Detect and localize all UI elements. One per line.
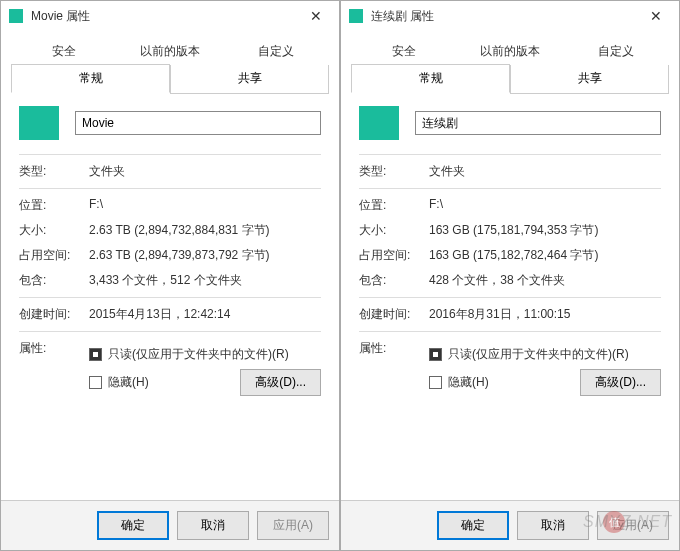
cancel-button[interactable]: 取消 (177, 511, 249, 540)
folder-large-icon (359, 106, 399, 140)
hidden-checkbox[interactable] (429, 376, 442, 389)
folder-icon (9, 9, 23, 23)
tab-row-bottom: 常规 共享 (11, 65, 329, 94)
content-pane: 类型:文件夹 位置:F:\ 大小:163 GB (175,181,794,353… (341, 94, 679, 500)
ok-button[interactable]: 确定 (97, 511, 169, 540)
hidden-checkbox[interactable] (89, 376, 102, 389)
properties-dialog-right: 连续剧 属性 ✕ 安全 以前的版本 自定义 常规 共享 类型:文件夹 位置:F:… (340, 0, 680, 551)
tab-customize[interactable]: 自定义 (563, 37, 669, 65)
folder-large-icon (19, 106, 59, 140)
type-label: 类型: (359, 163, 429, 180)
created-value: 2016年8月31日，11:00:15 (429, 306, 661, 323)
tab-security[interactable]: 安全 (351, 37, 457, 65)
titlebar[interactable]: 连续剧 属性 ✕ (341, 1, 679, 31)
close-icon[interactable]: ✕ (641, 8, 671, 24)
readonly-checkbox[interactable] (429, 348, 442, 361)
tab-customize[interactable]: 自定义 (223, 37, 329, 65)
folder-name-input[interactable] (415, 111, 661, 135)
hidden-label: 隐藏(H) (108, 374, 149, 391)
type-label: 类型: (19, 163, 89, 180)
size-label: 大小: (19, 222, 89, 239)
tab-row-bottom: 常规 共享 (351, 65, 669, 94)
type-value: 文件夹 (429, 163, 661, 180)
location-value: F:\ (89, 197, 321, 214)
attributes-label: 属性: (359, 340, 429, 402)
readonly-checkbox[interactable] (89, 348, 102, 361)
tab-general[interactable]: 常规 (351, 64, 510, 93)
folder-icon (349, 9, 363, 23)
size-label: 大小: (359, 222, 429, 239)
tab-general[interactable]: 常规 (11, 64, 170, 93)
contains-value: 428 个文件，38 个文件夹 (429, 272, 661, 289)
contains-value: 3,433 个文件，512 个文件夹 (89, 272, 321, 289)
location-label: 位置: (19, 197, 89, 214)
size-value: 163 GB (175,181,794,353 字节) (429, 222, 661, 239)
close-icon[interactable]: ✕ (301, 8, 331, 24)
tab-container: 安全 以前的版本 自定义 常规 共享 (1, 31, 339, 94)
tab-row-top: 安全 以前的版本 自定义 (11, 37, 329, 66)
location-label: 位置: (359, 197, 429, 214)
readonly-label: 只读(仅应用于文件夹中的文件)(R) (448, 346, 629, 363)
readonly-label: 只读(仅应用于文件夹中的文件)(R) (108, 346, 289, 363)
ok-button[interactable]: 确定 (437, 511, 509, 540)
apply-button[interactable]: 应用(A) (257, 511, 329, 540)
attributes-label: 属性: (19, 340, 89, 402)
size-on-disk-value: 163 GB (175,182,782,464 字节) (429, 247, 661, 264)
size-on-disk-value: 2.63 TB (2,894,739,873,792 字节) (89, 247, 321, 264)
location-value: F:\ (429, 197, 661, 214)
tab-row-top: 安全 以前的版本 自定义 (351, 37, 669, 66)
tab-container: 安全 以前的版本 自定义 常规 共享 (341, 31, 679, 94)
tab-sharing[interactable]: 共享 (510, 65, 669, 94)
created-label: 创建时间: (19, 306, 89, 323)
window-title: Movie 属性 (31, 8, 301, 25)
contains-label: 包含: (359, 272, 429, 289)
advanced-button[interactable]: 高级(D)... (240, 369, 321, 396)
properties-dialog-left: Movie 属性 ✕ 安全 以前的版本 自定义 常规 共享 类型:文件夹 位置:… (0, 0, 340, 551)
created-value: 2015年4月13日，12:42:14 (89, 306, 321, 323)
titlebar[interactable]: Movie 属性 ✕ (1, 1, 339, 31)
size-on-disk-label: 占用空间: (359, 247, 429, 264)
advanced-button[interactable]: 高级(D)... (580, 369, 661, 396)
apply-button[interactable]: 应用(A) (597, 511, 669, 540)
tab-security[interactable]: 安全 (11, 37, 117, 65)
dialog-footer: 确定 取消 应用(A) (1, 500, 339, 550)
size-value: 2.63 TB (2,894,732,884,831 字节) (89, 222, 321, 239)
folder-name-input[interactable] (75, 111, 321, 135)
hidden-label: 隐藏(H) (448, 374, 489, 391)
contains-label: 包含: (19, 272, 89, 289)
created-label: 创建时间: (359, 306, 429, 323)
tab-previous-versions[interactable]: 以前的版本 (457, 37, 563, 65)
content-pane: 类型:文件夹 位置:F:\ 大小:2.63 TB (2,894,732,884,… (1, 94, 339, 500)
type-value: 文件夹 (89, 163, 321, 180)
window-title: 连续剧 属性 (371, 8, 641, 25)
dialog-footer: 确定 取消 应用(A) (341, 500, 679, 550)
tab-sharing[interactable]: 共享 (170, 65, 329, 94)
tab-previous-versions[interactable]: 以前的版本 (117, 37, 223, 65)
cancel-button[interactable]: 取消 (517, 511, 589, 540)
size-on-disk-label: 占用空间: (19, 247, 89, 264)
